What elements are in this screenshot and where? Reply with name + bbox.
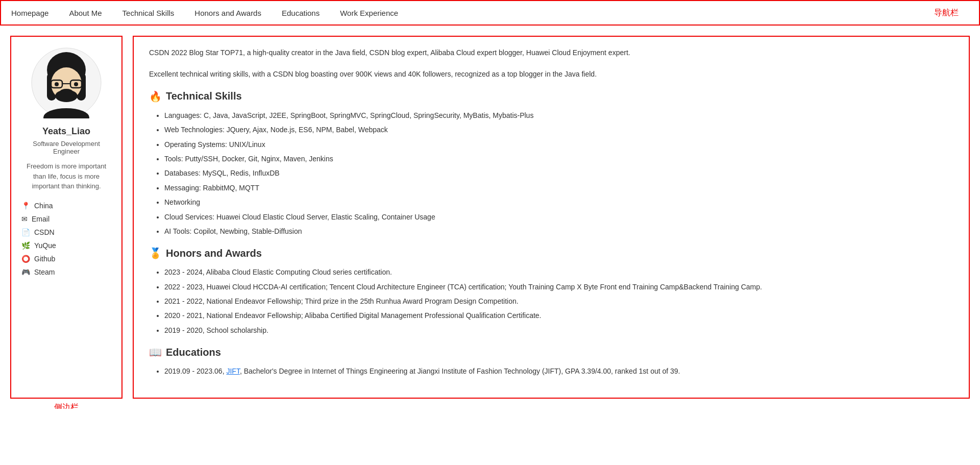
intro-text-2: Excellent technical writing skills, with… <box>149 68 953 80</box>
technical-skills-heading: 🔥 Technical Skills <box>149 90 953 103</box>
list-item: 2021 - 2022, National Endeavor Fellowshi… <box>164 296 953 307</box>
sidebar-links: 📍 China ✉ Email 📄 CSDN 🌿 YuQue ⭕ Github … <box>21 199 111 279</box>
navbar: Homepage About Me Technical Skills Honor… <box>0 0 980 26</box>
list-item: Databases: MySQL, Redis, InfluxDB <box>164 167 953 179</box>
nav-link-honors[interactable]: Honors and Awards <box>194 9 261 17</box>
location-icon: 📍 <box>21 202 30 210</box>
github-link[interactable]: ⭕ Github <box>21 252 111 265</box>
sidebar-label: 侧边栏 <box>54 402 79 409</box>
nav-link-work[interactable]: Work Experience <box>340 9 398 17</box>
jift-link[interactable]: JIFT <box>226 367 239 375</box>
technical-skills-title: Technical Skills <box>166 90 242 102</box>
sidebar-name: Yeats_Liao <box>42 126 90 137</box>
technical-skills-list: Languages: C, Java, JavaScript, J2EE, Sp… <box>164 110 953 237</box>
nav-item-homepage[interactable]: Homepage <box>11 9 48 17</box>
medal-icon: 🏅 <box>149 247 162 259</box>
nav-item-about[interactable]: About Me <box>69 9 102 17</box>
csdn-link[interactable]: 📄 CSDN <box>21 226 111 239</box>
list-item: Messaging: RabbitMQ, MQTT <box>164 182 953 193</box>
main-layout: Yeats_Liao Software Development Engineer… <box>0 26 980 409</box>
intro-text-1: CSDN 2022 Blog Star TOP71, a high-qualit… <box>149 47 953 58</box>
nav-item-skills[interactable]: Technical Skills <box>122 9 175 17</box>
steam-icon: 🎮 <box>21 268 30 276</box>
sidebar: Yeats_Liao Software Development Engineer… <box>10 36 122 399</box>
list-item: Networking <box>164 197 953 208</box>
yuque-label: YuQue <box>34 241 56 250</box>
svg-point-13 <box>60 89 72 94</box>
book-icon: 📖 <box>149 346 162 358</box>
yuque-link[interactable]: 🌿 YuQue <box>21 239 111 252</box>
edu-text-before: 2019.09 - 2023.06, <box>164 367 226 375</box>
list-item: 2019 - 2020, School scholarship. <box>164 325 953 336</box>
sidebar-title: Software Development Engineer <box>21 140 111 155</box>
location-label: China <box>34 202 53 210</box>
educations-title: Educations <box>166 347 221 358</box>
csdn-icon: 📄 <box>21 228 30 236</box>
list-item: AI Tools: Copilot, Newbing, Stable-Diffu… <box>164 226 953 237</box>
github-icon: ⭕ <box>21 255 30 263</box>
avatar <box>31 47 102 118</box>
honors-section: 🏅 Honors and Awards 2023 - 2024, Alibaba… <box>149 247 953 336</box>
educations-section: 📖 Educations 2019.09 - 2023.06, JIFT, Ba… <box>149 346 953 377</box>
flame-icon: 🔥 <box>149 90 162 103</box>
list-item: 2023 - 2024, Alibaba Cloud Elastic Compu… <box>164 266 953 278</box>
list-item: 2019.09 - 2023.06, JIFT, Bachelor's Degr… <box>164 365 953 377</box>
main-content: CSDN 2022 Blog Star TOP71, a high-qualit… <box>133 36 970 399</box>
nav-item-educations[interactable]: Educations <box>282 9 320 17</box>
nav-link-homepage[interactable]: Homepage <box>11 9 48 17</box>
svg-point-10 <box>55 82 59 86</box>
github-label: Github <box>34 255 55 263</box>
list-item: Operating Systems: UNIX/Linux <box>164 139 953 150</box>
list-item: Cloud Services: Huawei Cloud Elastic Clo… <box>164 211 953 223</box>
honors-title: Honors and Awards <box>166 248 262 259</box>
edu-text-after: , Bachelor's Degree in Internet of Thing… <box>240 367 680 375</box>
list-item: Languages: C, Java, JavaScript, J2EE, Sp… <box>164 110 953 121</box>
avatar-svg <box>31 47 102 118</box>
nav-item-honors[interactable]: Honors and Awards <box>194 9 261 17</box>
navbar-label: 导航栏 <box>934 8 959 18</box>
nav-link-educations[interactable]: Educations <box>282 9 320 17</box>
nav-item-work[interactable]: Work Experience <box>340 9 398 17</box>
email-link[interactable]: ✉ Email <box>21 212 111 226</box>
nav-list: Homepage About Me Technical Skills Honor… <box>11 9 398 17</box>
honors-list: 2023 - 2024, Alibaba Cloud Elastic Compu… <box>164 266 953 336</box>
steam-link[interactable]: 🎮 Steam <box>21 265 111 279</box>
email-icon: ✉ <box>21 215 28 223</box>
nav-link-about[interactable]: About Me <box>69 9 102 17</box>
svg-point-11 <box>74 82 78 86</box>
list-item: Web Technologies: JQuery, Ajax, Node.js,… <box>164 124 953 135</box>
technical-skills-section: 🔥 Technical Skills Languages: C, Java, J… <box>149 90 953 237</box>
location-link: 📍 China <box>21 199 111 212</box>
list-item: 2020 - 2021, National Endeavor Fellowshi… <box>164 310 953 321</box>
steam-label: Steam <box>34 268 55 276</box>
nav-link-skills[interactable]: Technical Skills <box>122 9 175 17</box>
sidebar-quote: Freedom is more important than life, foc… <box>21 161 111 191</box>
honors-heading: 🏅 Honors and Awards <box>149 247 953 259</box>
email-label: Email <box>32 215 50 223</box>
yuque-icon: 🌿 <box>21 241 30 250</box>
educations-list: 2019.09 - 2023.06, JIFT, Bachelor's Degr… <box>164 365 953 377</box>
educations-heading: 📖 Educations <box>149 346 953 358</box>
list-item: 2022 - 2023, Huawei Cloud HCCDA-AI certi… <box>164 281 953 292</box>
csdn-label: CSDN <box>34 228 55 236</box>
list-item: Tools: Putty/SSH, Docker, Git, Nginx, Ma… <box>164 153 953 164</box>
